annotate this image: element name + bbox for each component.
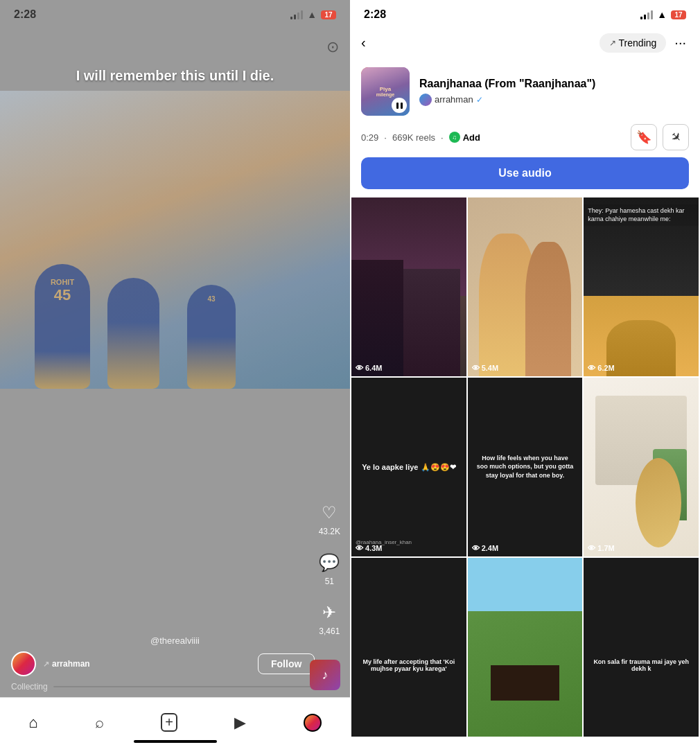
- reel-item[interactable]: How life feels when you have soo much op…: [468, 378, 583, 556]
- reel-caption: They: Pyar hamesha cast dekh kar karna c…: [584, 204, 699, 226]
- follow-button[interactable]: Follow: [258, 653, 315, 674]
- right-status-bar: 2:28 ▲ 17: [350, 0, 700, 26]
- collecting-label: Collecting: [11, 682, 48, 692]
- artist-row: arrahman ✓: [419, 94, 689, 106]
- username-tag: @therealviiii: [11, 635, 339, 646]
- wifi-icon: ▲: [307, 9, 317, 20]
- eye-icon: 👁: [472, 364, 480, 372]
- audio-info: Raanjhanaa (From "Raanjhanaa") arrahman …: [419, 77, 689, 105]
- audio-duration: 0:29: [361, 132, 378, 143]
- audio-separator: ·: [384, 132, 387, 143]
- collecting-dots: [53, 686, 326, 687]
- audio-meta-row: 0:29 · 669K reels · ♫ Add 🔖 ✈: [350, 124, 700, 157]
- trending-icon: ↗: [43, 660, 49, 669]
- more-options-right[interactable]: ···: [672, 32, 689, 53]
- reel-item[interactable]: Ye lo aapke liye 🙏😍😍❤ @raahana_inser_kha…: [351, 378, 466, 556]
- nav-add[interactable]: +: [161, 713, 177, 732]
- reels-icon: ▶: [234, 714, 246, 732]
- spotify-icon: ♫: [449, 132, 460, 143]
- home-indicator: [134, 740, 217, 743]
- nav-reels[interactable]: ▶: [234, 714, 246, 732]
- reel-count: 👁 5.4M: [472, 364, 498, 372]
- left-panel: 2:28 ▲ 17 ⊙ I will remember this until I…: [0, 0, 350, 747]
- home-icon: ⌂: [28, 714, 37, 732]
- signal-icon: [290, 10, 303, 19]
- right-panel: 2:28 ▲ 17 ‹ ↗ Trending ··· Piya milenge: [350, 0, 700, 747]
- story-text: I will remember this until I die.: [0, 68, 350, 84]
- use-audio-button[interactable]: Use audio: [361, 157, 689, 189]
- share-button[interactable]: ✈: [663, 124, 689, 150]
- like-icon[interactable]: ♡: [322, 503, 337, 522]
- comment-icon[interactable]: 💬: [319, 553, 340, 572]
- nav-search[interactable]: ⌕: [95, 714, 104, 732]
- eye-icon: 👁: [356, 364, 363, 372]
- album-art-text: Piya milenge: [374, 83, 397, 100]
- reel-text: Ye lo aapke liye 🙏😍😍❤: [357, 459, 460, 474]
- user-name: ↗ arrahman: [43, 659, 251, 669]
- bookmark-icon: 🔖: [636, 130, 651, 145]
- collecting-row: Collecting ···: [11, 682, 339, 692]
- audio-card: Piya milenge Raanjhanaa (From "Raanjhana…: [350, 59, 700, 124]
- music-note-icon: ♪: [322, 668, 329, 683]
- right-status-icons: ▲ 17: [640, 9, 686, 20]
- left-status-bar: 2:28 ▲ 17: [0, 0, 350, 26]
- signal-icon-right: [640, 10, 653, 19]
- wifi-icon-right: ▲: [657, 9, 667, 20]
- reel-count: 👁 2.4M: [472, 544, 498, 552]
- camera-icon[interactable]: ⊙: [326, 38, 339, 56]
- reel-count: 👁 6.4M: [356, 364, 382, 372]
- reel-view-count: 1.7M: [597, 544, 614, 552]
- profile-avatar: [304, 714, 322, 732]
- battery-badge: 17: [321, 10, 336, 19]
- reel-item[interactable]: 👁 5.4M: [468, 197, 583, 376]
- right-actions: ♡ 43.2K 💬 51 ✈ 3,461: [319, 503, 340, 636]
- user-name-text: arrahman: [52, 659, 90, 669]
- trending-label: Trending: [619, 37, 657, 49]
- bottom-user-row: ↗ arrahman Follow ···: [11, 651, 339, 676]
- left-time: 2:28: [14, 8, 36, 21]
- comment-count: 51: [325, 577, 334, 586]
- reel-count: 👁 4.3M: [356, 544, 382, 552]
- nav-home[interactable]: ⌂: [28, 714, 37, 732]
- reel-view-count: 6.4M: [365, 364, 382, 372]
- top-nav: ‹ ↗ Trending ···: [350, 26, 700, 59]
- eye-icon: 👁: [356, 544, 363, 552]
- search-icon: ⌕: [95, 714, 104, 732]
- verified-icon: ✓: [476, 95, 483, 105]
- share-icon[interactable]: ✈: [322, 603, 336, 622]
- add-button[interactable]: ♫ Add: [449, 132, 480, 143]
- reel-text: Kon sala fir trauma mai jaye yeh dekh k: [590, 656, 693, 675]
- back-button[interactable]: ‹: [361, 32, 371, 53]
- reel-item[interactable]: 👁 6.4M: [351, 197, 466, 376]
- user-info: ↗ arrahman: [43, 659, 251, 669]
- reel-item[interactable]: 👁 1.7M: [584, 378, 699, 556]
- audio-separator2: ·: [441, 132, 444, 143]
- reel-item[interactable]: My life after accepting that 'Koi mujhse…: [351, 558, 466, 737]
- left-status-icons: ▲ 17: [290, 9, 336, 20]
- music-thumbnail[interactable]: ♪: [310, 660, 340, 690]
- reel-text: How life feels when you have soo much op…: [473, 451, 577, 483]
- reel-view-count: 6.2M: [597, 364, 614, 372]
- save-button[interactable]: 🔖: [631, 124, 657, 150]
- reel-view-count: 4.3M: [365, 544, 382, 552]
- reel-text: My life after accepting that 'Koi mujhse…: [357, 656, 460, 675]
- artist-avatar: [419, 94, 432, 106]
- pause-icon: [396, 103, 403, 109]
- like-count: 43.2K: [319, 527, 340, 536]
- audio-title: Raanjhanaa (From "Raanjhanaa"): [419, 77, 689, 90]
- battery-badge-right: 17: [671, 10, 686, 19]
- reel-count: 👁 1.7M: [588, 544, 614, 552]
- user-avatar: [11, 651, 36, 676]
- add-label: Add: [463, 132, 480, 143]
- share-count: 3,461: [319, 626, 340, 636]
- right-time: 2:28: [364, 8, 386, 21]
- pause-button[interactable]: [392, 98, 407, 113]
- reel-item[interactable]: Kon sala fir trauma mai jaye yeh dekh k: [584, 558, 699, 737]
- reel-count: 👁 6.2M: [588, 364, 614, 372]
- reel-item[interactable]: They: Pyar hamesha cast dekh kar karna c…: [584, 197, 699, 376]
- trending-arrow-icon: ↗: [609, 38, 616, 48]
- send-icon: ✈: [667, 128, 685, 146]
- reel-item[interactable]: [468, 558, 583, 737]
- nav-profile[interactable]: [304, 714, 322, 732]
- trending-pill[interactable]: ↗ Trending: [600, 33, 667, 53]
